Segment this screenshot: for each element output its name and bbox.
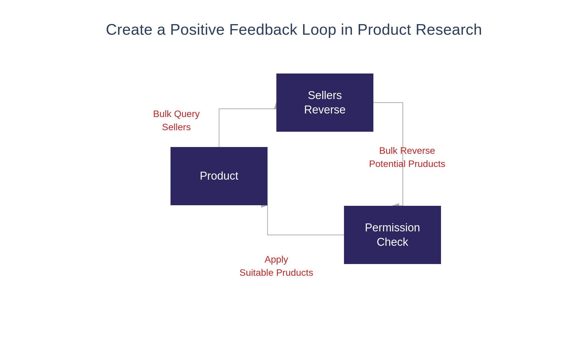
- node-sellers: SellersReverse: [276, 74, 373, 132]
- node-permission: PermissionCheck: [344, 206, 441, 264]
- label-apply-suitable: ApplySuitable Pruducts: [229, 253, 323, 279]
- arrow-product-to-sellers: [219, 103, 276, 147]
- arrow-permission-to-product: [268, 205, 344, 235]
- label-bulk-reverse: Bulk ReversePotential Pruducts: [362, 144, 453, 171]
- diagram: Product SellersReverse PermissionCheck B…: [132, 50, 456, 315]
- label-bulk-query: Bulk QuerySellers: [138, 107, 215, 134]
- page-title: Create a Positive Feedback Loop in Produ…: [106, 21, 482, 38]
- node-product: Product: [171, 147, 268, 205]
